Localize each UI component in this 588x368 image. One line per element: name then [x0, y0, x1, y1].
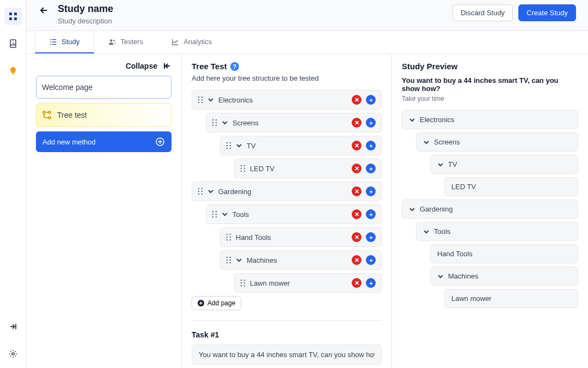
- delete-node-button[interactable]: ✕: [352, 164, 362, 173]
- tree-node[interactable]: Electronics✕＋: [192, 90, 382, 110]
- preview-node[interactable]: LED TV: [444, 177, 578, 196]
- add-child-button[interactable]: ＋: [366, 232, 376, 242]
- preview-node-label: Gardening: [420, 205, 453, 213]
- preview-node[interactable]: Gardening: [402, 200, 578, 219]
- tab-testers[interactable]: Testers: [94, 31, 157, 53]
- chevron-down-icon[interactable]: [222, 211, 228, 218]
- collapse-left-icon[interactable]: [163, 62, 171, 70]
- collapse-label[interactable]: Collapse: [126, 62, 157, 70]
- chart-icon: [171, 38, 179, 46]
- preview-node[interactable]: Lawn mower: [444, 289, 578, 308]
- tree-node-label: Screens: [232, 119, 347, 127]
- delete-node-button[interactable]: ✕: [352, 95, 362, 105]
- rail-dashboard[interactable]: [4, 8, 22, 25]
- preview-node[interactable]: Machines: [430, 267, 578, 286]
- svg-point-62: [226, 239, 228, 241]
- add-child-button[interactable]: ＋: [366, 164, 376, 173]
- gear-icon: [9, 349, 17, 358]
- tree-node[interactable]: Tools✕＋: [206, 204, 382, 224]
- add-page-button[interactable]: Add page: [192, 296, 241, 310]
- tree-node[interactable]: Gardening✕＋: [192, 182, 382, 201]
- delete-node-button[interactable]: ✕: [352, 255, 362, 265]
- svg-point-74: [241, 285, 242, 287]
- svg-point-64: [226, 257, 228, 258]
- add-child-button[interactable]: ＋: [366, 255, 376, 265]
- preview-node[interactable]: Screens: [416, 132, 578, 152]
- method-welcome-page[interactable]: Welcome page: [36, 76, 171, 99]
- method-tree-label: Tree test: [57, 111, 87, 119]
- chevron-down-icon: [409, 117, 415, 123]
- rail-settings[interactable]: [4, 345, 22, 363]
- back-button[interactable]: [38, 4, 50, 16]
- preview-node[interactable]: Electronics: [402, 110, 578, 129]
- tree-node-label: LED TV: [250, 165, 347, 173]
- svg-point-24: [198, 99, 200, 101]
- delete-node-button[interactable]: ✕: [352, 232, 362, 242]
- drag-handle-icon[interactable]: [226, 256, 231, 264]
- tree-node[interactable]: Machines✕＋: [220, 250, 382, 270]
- tree-test-help: Add here your tree structure to be teste…: [192, 74, 382, 82]
- svg-point-37: [230, 145, 231, 147]
- delete-node-button[interactable]: ✕: [352, 209, 362, 219]
- tab-study[interactable]: Study: [35, 31, 94, 53]
- svg-point-39: [230, 148, 231, 149]
- tab-analytics[interactable]: Analytics: [157, 31, 226, 53]
- add-child-button[interactable]: ＋: [366, 141, 376, 150]
- chevron-down-icon: [423, 228, 430, 235]
- chevron-down-icon[interactable]: [207, 188, 214, 195]
- delete-node-button[interactable]: ✕: [352, 186, 362, 196]
- svg-rect-1: [14, 13, 17, 15]
- tree-node[interactable]: TV✕＋: [220, 136, 382, 155]
- drag-handle-icon[interactable]: [198, 188, 203, 195]
- add-child-button[interactable]: ＋: [366, 95, 376, 105]
- drag-handle-icon[interactable]: [198, 96, 203, 104]
- svg-point-30: [212, 122, 214, 124]
- users-icon: [108, 38, 116, 46]
- tree-node[interactable]: LED TV✕＋: [234, 159, 382, 178]
- chevron-down-icon[interactable]: [236, 142, 242, 149]
- drag-handle-icon[interactable]: [240, 279, 246, 287]
- create-study-button[interactable]: Create Study: [518, 4, 576, 21]
- svg-point-38: [226, 148, 228, 149]
- tree-node[interactable]: Screens✕＋: [206, 113, 382, 132]
- svg-point-71: [244, 280, 246, 281]
- discard-study-button[interactable]: Discard Study: [452, 4, 513, 21]
- rail-collapse[interactable]: [4, 318, 22, 335]
- preview-node[interactable]: Tools: [416, 222, 578, 241]
- svg-point-23: [201, 96, 203, 98]
- delete-node-button[interactable]: ✕: [352, 278, 362, 288]
- preview-node-label: Electronics: [420, 116, 455, 124]
- chevron-down-icon[interactable]: [236, 257, 242, 263]
- task-title: Task #1: [192, 330, 382, 339]
- preview-node[interactable]: Hand Tools: [430, 244, 578, 263]
- drag-handle-icon[interactable]: [226, 233, 231, 241]
- drag-handle-icon[interactable]: [212, 210, 217, 218]
- svg-point-28: [212, 119, 214, 121]
- method-welcome-label: Welcome page: [42, 83, 93, 92]
- add-method-button[interactable]: Add new method: [36, 131, 171, 152]
- drag-handle-icon[interactable]: [240, 165, 246, 172]
- add-child-button[interactable]: ＋: [366, 278, 376, 288]
- preview-title: Study Preview: [402, 62, 578, 71]
- task-prompt-input[interactable]: [192, 345, 382, 365]
- drag-handle-icon[interactable]: [226, 142, 231, 149]
- add-child-button[interactable]: ＋: [366, 118, 376, 128]
- rail-reports[interactable]: [4, 35, 22, 52]
- tree-node[interactable]: Hand Tools✕＋: [220, 227, 382, 247]
- method-tree-test[interactable]: Tree test: [36, 103, 171, 127]
- chevron-down-icon: [423, 139, 430, 146]
- add-child-button[interactable]: ＋: [366, 209, 376, 219]
- chevron-down-icon[interactable]: [207, 96, 214, 103]
- help-icon[interactable]: ?: [230, 62, 239, 71]
- delete-node-button[interactable]: ✕: [352, 118, 362, 128]
- delete-node-button[interactable]: ✕: [352, 141, 362, 150]
- preview-node[interactable]: TV: [430, 155, 578, 174]
- chevron-down-icon[interactable]: [222, 119, 228, 126]
- tree-node[interactable]: Lawn mower✕＋: [234, 273, 382, 293]
- list-icon: [50, 38, 57, 46]
- drag-handle-icon[interactable]: [212, 119, 217, 126]
- add-child-button[interactable]: ＋: [366, 186, 376, 196]
- svg-point-14: [50, 44, 51, 45]
- rail-insights[interactable]: [4, 62, 22, 80]
- tree-node-label: Tools: [232, 210, 347, 219]
